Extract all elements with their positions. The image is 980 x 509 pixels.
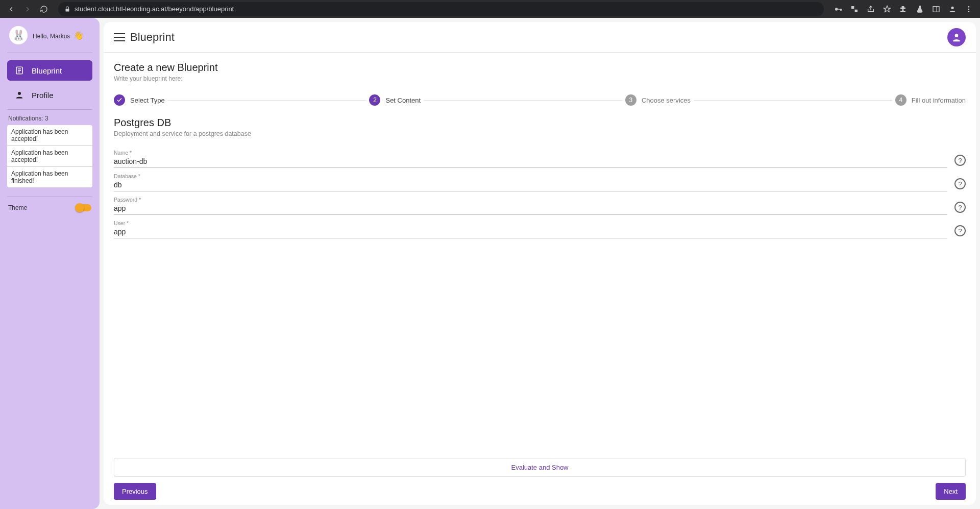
nav-item-blueprint[interactable]: Blueprint xyxy=(7,60,92,81)
help-icon[interactable]: ? xyxy=(954,178,966,189)
password-input[interactable] xyxy=(114,203,947,213)
field-password: Password * xyxy=(114,197,947,215)
profile-button[interactable] xyxy=(947,28,966,46)
share-icon[interactable] xyxy=(864,2,878,16)
star-icon[interactable] xyxy=(880,2,894,16)
toggle-knob xyxy=(75,203,84,212)
page-title: Blueprint xyxy=(130,31,175,44)
nav-label: Blueprint xyxy=(32,66,62,75)
field-database: Database * xyxy=(114,173,947,191)
svg-point-0 xyxy=(835,8,838,10)
theme-row: Theme xyxy=(0,204,100,211)
svg-point-2 xyxy=(951,6,953,9)
help-icon[interactable]: ? xyxy=(954,202,966,213)
sidebar: 🐰 Hello, Markus 👋 Blueprint Profile Noti… xyxy=(0,18,100,509)
lab-icon[interactable] xyxy=(913,2,927,16)
field-label: Password * xyxy=(114,197,947,203)
previous-button[interactable]: Previous xyxy=(114,483,156,500)
theme-toggle[interactable] xyxy=(76,204,91,211)
panel-icon[interactable] xyxy=(929,2,943,16)
step-fill-out-information[interactable]: 4 Fill out information xyxy=(895,94,966,106)
field-label: Name * xyxy=(114,150,947,156)
profile-icon xyxy=(14,90,24,100)
svg-point-5 xyxy=(968,11,970,12)
name-input[interactable] xyxy=(114,156,947,166)
field-label: User * xyxy=(114,220,947,226)
form-subtitle: Write your blueprint here: xyxy=(114,75,966,82)
check-icon xyxy=(114,94,125,106)
field-label: Database * xyxy=(114,173,947,179)
greeting-text: Hello, Markus xyxy=(33,33,70,40)
avatar: 🐰 xyxy=(9,26,28,44)
next-button[interactable]: Next xyxy=(936,483,966,500)
divider xyxy=(7,197,92,197)
nav-label: Profile xyxy=(32,91,54,100)
step-line xyxy=(168,100,366,101)
step-number: 2 xyxy=(369,94,380,106)
browser-chrome: student.cloud.htl-leonding.ac.at/beeyond… xyxy=(0,0,980,18)
back-icon[interactable] xyxy=(4,2,18,16)
help-icon[interactable]: ? xyxy=(954,225,966,236)
svg-point-4 xyxy=(968,8,970,10)
step-label: Set Content xyxy=(385,96,421,104)
profile-chrome-icon[interactable] xyxy=(945,2,960,16)
address-bar[interactable]: student.cloud.htl-leonding.ac.at/beeyond… xyxy=(58,2,824,16)
svg-rect-1 xyxy=(933,6,939,12)
field-user: User * xyxy=(114,220,947,238)
step-select-type[interactable]: Select Type xyxy=(114,94,165,106)
evaluate-button[interactable]: Evaluate and Show xyxy=(114,458,966,477)
field-name: Name * xyxy=(114,150,947,168)
step-choose-services[interactable]: 3 Choose services xyxy=(625,94,691,106)
help-icon[interactable]: ? xyxy=(954,155,966,166)
forward-icon[interactable] xyxy=(20,2,35,16)
step-line xyxy=(424,100,622,101)
svg-point-3 xyxy=(968,6,970,8)
extensions-icon[interactable] xyxy=(896,2,911,16)
kebab-icon[interactable] xyxy=(962,2,976,16)
blueprint-icon xyxy=(14,66,24,75)
step-label: Select Type xyxy=(130,96,165,104)
step-label: Fill out information xyxy=(912,96,966,104)
notification-item[interactable]: Application has been finished! xyxy=(7,167,92,187)
divider xyxy=(7,109,92,110)
user-greeting: 🐰 Hello, Markus 👋 xyxy=(0,18,100,51)
svg-point-8 xyxy=(955,34,959,37)
main-panel: Blueprint Create a new Blueprint Write y… xyxy=(104,22,976,505)
notifications-label: Notifications: 3 xyxy=(0,115,100,125)
notification-item[interactable]: Application has been accepted! xyxy=(7,146,92,167)
stepper: Select Type 2 Set Content 3 Choose servi… xyxy=(114,94,966,106)
url-text: student.cloud.htl-leonding.ac.at/beeyond… xyxy=(75,5,234,13)
section-subtitle: Deployment and service for a postgres da… xyxy=(114,130,966,137)
form-title: Create a new Blueprint xyxy=(114,62,966,74)
wave-icon: 👋 xyxy=(74,31,84,40)
user-input[interactable] xyxy=(114,226,947,237)
section-title: Postgres DB xyxy=(114,117,966,129)
lock-icon xyxy=(64,6,70,12)
menu-icon[interactable] xyxy=(114,33,125,41)
step-number: 3 xyxy=(625,94,636,106)
translate-icon[interactable] xyxy=(847,2,862,16)
main-header: Blueprint xyxy=(104,22,976,53)
nav-item-profile[interactable]: Profile xyxy=(7,85,92,105)
key-icon[interactable] xyxy=(831,2,845,16)
step-line xyxy=(694,100,892,101)
step-label: Choose services xyxy=(642,96,691,104)
notifications-list: Application has been accepted! Applicati… xyxy=(7,125,92,187)
theme-label: Theme xyxy=(8,204,27,211)
step-number: 4 xyxy=(895,94,906,106)
notification-item[interactable]: Application has been accepted! xyxy=(7,125,92,146)
reload-icon[interactable] xyxy=(37,2,51,16)
divider xyxy=(7,53,92,53)
database-input[interactable] xyxy=(114,179,947,190)
svg-point-7 xyxy=(18,92,21,95)
step-set-content[interactable]: 2 Set Content xyxy=(369,94,421,106)
